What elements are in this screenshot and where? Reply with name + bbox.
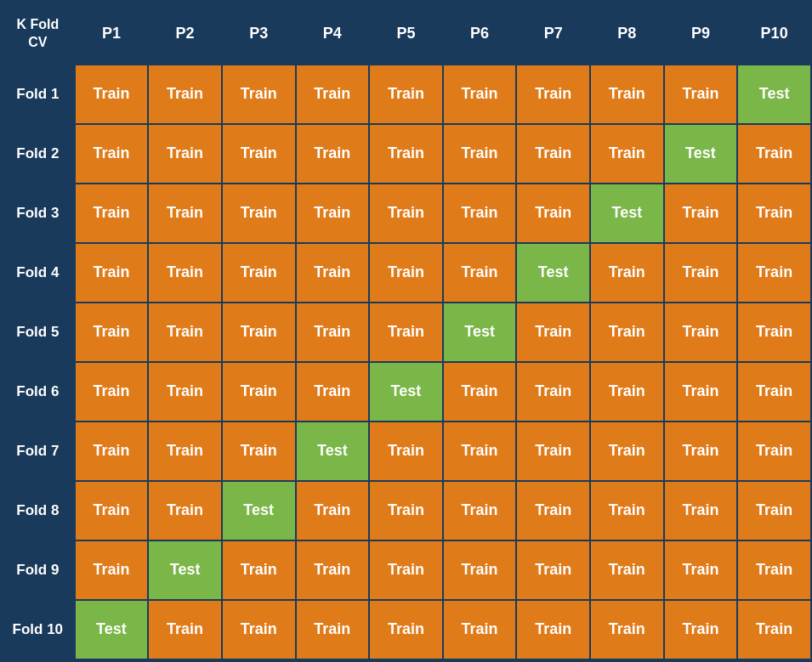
fold-label-2: Fold 2: [1, 124, 75, 184]
cell-fold7-p9: Train: [664, 422, 738, 481]
cell-fold3-p8: Test: [590, 184, 664, 243]
cell-fold1-p7: Train: [516, 65, 590, 124]
cell-fold3-p9: Train: [664, 184, 738, 243]
col-header-p3: P3: [222, 3, 296, 65]
col-header-p2: P2: [148, 3, 222, 65]
cell-fold9-p1: Train: [75, 540, 149, 600]
table-row: Fold 8TrainTrainTestTrainTrainTrainTrain…: [1, 481, 811, 540]
cell-fold8-p2: Train: [148, 481, 222, 540]
cell-fold4-p10: Train: [737, 243, 811, 303]
cell-fold3-p6: Train: [443, 184, 517, 243]
cell-fold1-p1: Train: [75, 65, 149, 124]
col-header-p5: P5: [369, 3, 443, 65]
cell-fold2-p1: Train: [75, 124, 149, 184]
cell-fold10-p2: Train: [148, 600, 222, 659]
cell-fold9-p3: Train: [222, 540, 296, 600]
col-header-p8: P8: [590, 3, 664, 65]
cell-fold6-p2: Train: [148, 362, 222, 422]
fold-label-3: Fold 3: [1, 184, 75, 243]
cell-fold7-p1: Train: [75, 422, 149, 481]
cell-fold5-p8: Train: [590, 303, 664, 362]
cell-fold7-p6: Train: [443, 422, 517, 481]
cell-fold5-p10: Train: [737, 303, 811, 362]
cell-fold3-p2: Train: [148, 184, 222, 243]
fold-label-9: Fold 9: [1, 540, 75, 600]
cell-fold9-p10: Train: [737, 540, 811, 600]
cell-fold5-p6: Test: [443, 303, 517, 362]
col-header-p4: P4: [296, 3, 370, 65]
cell-fold1-p4: Train: [296, 65, 370, 124]
cell-fold7-p5: Train: [369, 422, 443, 481]
cell-fold7-p10: Train: [737, 422, 811, 481]
cell-fold8-p3: Test: [222, 481, 296, 540]
table-row: Fold 9TrainTestTrainTrainTrainTrainTrain…: [1, 540, 811, 600]
cell-fold4-p3: Train: [222, 243, 296, 303]
cell-fold2-p5: Train: [369, 124, 443, 184]
cell-fold2-p7: Train: [516, 124, 590, 184]
cell-fold3-p5: Train: [369, 184, 443, 243]
table-row: Fold 3TrainTrainTrainTrainTrainTrainTrai…: [1, 184, 811, 243]
cell-fold7-p7: Train: [516, 422, 590, 481]
cell-fold1-p8: Train: [590, 65, 664, 124]
cell-fold1-p3: Train: [222, 65, 296, 124]
cell-fold9-p5: Train: [369, 540, 443, 600]
fold-label-10: Fold 10: [1, 600, 75, 659]
cell-fold8-p6: Train: [443, 481, 517, 540]
cell-fold1-p9: Train: [664, 65, 738, 124]
cell-fold5-p5: Train: [369, 303, 443, 362]
table-row: Fold 4TrainTrainTrainTrainTrainTrainTest…: [1, 243, 811, 303]
cell-fold4-p1: Train: [75, 243, 149, 303]
cell-fold2-p3: Train: [222, 124, 296, 184]
fold-label-1: Fold 1: [1, 65, 75, 124]
cell-fold4-p4: Train: [296, 243, 370, 303]
cell-fold6-p7: Train: [516, 362, 590, 422]
col-header-p7: P7: [516, 3, 590, 65]
cell-fold10-p5: Train: [369, 600, 443, 659]
cell-fold5-p2: Train: [148, 303, 222, 362]
cell-fold1-p6: Train: [443, 65, 517, 124]
cell-fold6-p6: Train: [443, 362, 517, 422]
cell-fold3-p7: Train: [516, 184, 590, 243]
cell-fold10-p1: Test: [75, 600, 149, 659]
cell-fold3-p1: Train: [75, 184, 149, 243]
fold-label-5: Fold 5: [1, 303, 75, 362]
cell-fold7-p8: Train: [590, 422, 664, 481]
fold-label-6: Fold 6: [1, 362, 75, 422]
cell-fold10-p8: Train: [590, 600, 664, 659]
cell-fold7-p2: Train: [148, 422, 222, 481]
corner-header: K FoldCV: [1, 3, 75, 65]
cell-fold8-p9: Train: [664, 481, 738, 540]
cell-fold6-p9: Train: [664, 362, 738, 422]
cell-fold4-p6: Train: [443, 243, 517, 303]
cell-fold8-p7: Train: [516, 481, 590, 540]
cell-fold8-p4: Train: [296, 481, 370, 540]
cell-fold8-p5: Train: [369, 481, 443, 540]
cell-fold3-p10: Train: [737, 184, 811, 243]
cell-fold4-p8: Train: [590, 243, 664, 303]
cell-fold9-p8: Train: [590, 540, 664, 600]
table-row: Fold 10TestTrainTrainTrainTrainTrainTrai…: [1, 600, 811, 659]
cell-fold5-p7: Train: [516, 303, 590, 362]
fold-label-4: Fold 4: [1, 243, 75, 303]
cell-fold9-p9: Train: [664, 540, 738, 600]
cell-fold5-p9: Train: [664, 303, 738, 362]
cell-fold9-p4: Train: [296, 540, 370, 600]
cell-fold6-p4: Train: [296, 362, 370, 422]
cell-fold1-p5: Train: [369, 65, 443, 124]
cell-fold8-p1: Train: [75, 481, 149, 540]
cell-fold9-p6: Train: [443, 540, 517, 600]
col-header-p9: P9: [664, 3, 738, 65]
cell-fold2-p2: Train: [148, 124, 222, 184]
table-row: Fold 5TrainTrainTrainTrainTrainTestTrain…: [1, 303, 811, 362]
cell-fold5-p3: Train: [222, 303, 296, 362]
cell-fold7-p4: Test: [296, 422, 370, 481]
cell-fold10-p4: Train: [296, 600, 370, 659]
cell-fold5-p1: Train: [75, 303, 149, 362]
fold-label-8: Fold 8: [1, 481, 75, 540]
cell-fold10-p10: Train: [737, 600, 811, 659]
cell-fold2-p9: Test: [664, 124, 738, 184]
cell-fold6-p8: Train: [590, 362, 664, 422]
col-header-p10: P10: [737, 3, 811, 65]
cell-fold2-p8: Train: [590, 124, 664, 184]
col-header-p6: P6: [443, 3, 517, 65]
